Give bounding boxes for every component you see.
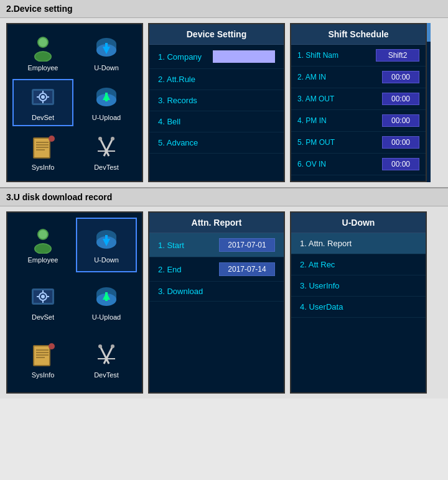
- devtest2-label: DevTest: [94, 371, 119, 379]
- svg-point-66: [98, 344, 102, 348]
- pm-in-input[interactable]: [382, 114, 419, 127]
- employee2-icon: [29, 226, 57, 254]
- pm-out-input[interactable]: [382, 136, 419, 149]
- shift-scrollbar-thumb: [427, 23, 431, 42]
- udown-label: U-Down: [94, 64, 119, 72]
- sysinfo-label: SysInfo: [32, 164, 55, 171]
- sysinfo-icon: [29, 134, 57, 161]
- svg-rect-21: [105, 93, 108, 101]
- udown2-label: U-Down: [94, 256, 119, 264]
- devtest2-icon: [93, 341, 120, 369]
- svg-point-46: [41, 295, 45, 298]
- devset-icon: [29, 84, 57, 111]
- svg-point-32: [98, 137, 102, 141]
- employee-label: Employee: [28, 64, 58, 72]
- shift-row-3[interactable]: 3. AM OUT: [291, 88, 426, 110]
- menu-item-advance[interactable]: 5. Advance: [149, 132, 284, 154]
- sysinfo2-icon: [29, 341, 57, 369]
- icon-item-devtest[interactable]: DevTest: [76, 129, 137, 176]
- menu-item-records[interactable]: 3. Records: [149, 90, 284, 111]
- uupload-icon: [93, 84, 120, 111]
- device-setting-panel: Device Setting 1. Company 2. Att.Rule 3.…: [148, 23, 285, 182]
- icon-item-devset[interactable]: DevSet: [12, 79, 73, 126]
- end-date-input[interactable]: [219, 262, 275, 276]
- icon-item-devtest2[interactable]: DevTest: [76, 333, 137, 387]
- shift-name-input[interactable]: [376, 49, 419, 62]
- section1-content: Employee U-Down: [0, 18, 448, 188]
- udown-icon: [93, 34, 120, 62]
- attn-row-end[interactable]: 2. End: [149, 257, 284, 282]
- company-input[interactable]: [213, 50, 275, 63]
- udown2-icon: [93, 226, 120, 254]
- svg-rect-23: [34, 139, 49, 157]
- svg-point-62: [49, 343, 55, 349]
- svg-rect-57: [34, 346, 49, 365]
- sysinfo2-label: SysInfo: [32, 371, 55, 379]
- am-in-input[interactable]: [382, 71, 419, 83]
- shift-schedule-title: Shift Schedule: [291, 24, 426, 45]
- shift-panel-inner: Shift Schedule 1. Shift Nam 2. AM IN 3. …: [290, 23, 427, 182]
- am-out-input[interactable]: [382, 93, 419, 105]
- icon-item-uupload2[interactable]: U-Upload: [76, 275, 137, 330]
- svg-point-33: [111, 137, 114, 141]
- icon-item-sysinfo2[interactable]: SysInfo: [12, 333, 73, 387]
- start-date-input[interactable]: [219, 238, 275, 252]
- shift-scrollbar[interactable]: [427, 23, 431, 182]
- svg-point-3: [35, 52, 50, 61]
- svg-point-12: [41, 95, 45, 99]
- section2-header: 3.U disk download record: [0, 188, 448, 206]
- icon-item-devset2[interactable]: DevSet: [12, 275, 73, 330]
- udown-row-userdata[interactable]: 4. UserData: [291, 297, 426, 318]
- icon-panel-2: Employee U-Down: [6, 211, 143, 394]
- svg-point-2: [39, 38, 47, 47]
- shift-row-2[interactable]: 2. AM IN: [291, 67, 426, 88]
- employee-icon: [29, 34, 57, 62]
- attn-report-title: Attn. Report: [149, 213, 284, 233]
- device-setting-title: Device Setting: [149, 24, 284, 45]
- shift-row-6[interactable]: 6. OV IN: [291, 154, 426, 175]
- icon-item-employee2[interactable]: Employee: [12, 218, 73, 272]
- menu-item-attrule[interactable]: 2. Att.Rule: [149, 69, 284, 90]
- icon-panel-1: Employee U-Down: [6, 23, 143, 182]
- attn-row-start[interactable]: 1. Start: [149, 233, 284, 257]
- icon-item-udown2[interactable]: U-Down: [76, 218, 137, 272]
- menu-item-bell[interactable]: 4. Bell: [149, 111, 284, 132]
- udown-row-attnreport[interactable]: 1. Attn. Report: [291, 233, 426, 254]
- devset2-label: DevSet: [32, 313, 54, 321]
- svg-point-37: [35, 244, 50, 253]
- ov-in-input[interactable]: [382, 158, 419, 170]
- uupload-label: U-Upload: [92, 114, 121, 121]
- attn-row-download[interactable]: 3. Download: [149, 282, 284, 302]
- menu-item-company[interactable]: 1. Company: [149, 45, 284, 69]
- uupload2-label: U-Upload: [92, 313, 121, 321]
- svg-rect-42: [105, 235, 108, 244]
- icon-item-udown[interactable]: U-Down: [76, 29, 137, 76]
- udown-menu-panel: U-Down 1. Attn. Report 2. Att Rec 3. Use…: [290, 211, 427, 394]
- svg-rect-8: [105, 43, 108, 52]
- uupload2-icon: [93, 284, 120, 311]
- section2-content: Employee U-Down: [0, 206, 448, 399]
- svg-point-28: [49, 136, 55, 142]
- icon-item-uupload[interactable]: U-Upload: [76, 79, 137, 126]
- udown-row-attrec[interactable]: 2. Att Rec: [291, 254, 426, 275]
- devtest-icon: [93, 134, 120, 161]
- udown-panel-title: U-Down: [291, 213, 426, 233]
- devtest-label: DevTest: [94, 164, 119, 171]
- shift-row-5[interactable]: 5. PM OUT: [291, 132, 426, 154]
- icon-item-employee[interactable]: Employee: [12, 29, 73, 76]
- shift-row-4[interactable]: 4. PM IN: [291, 110, 426, 132]
- attn-report-panel: Attn. Report 1. Start 2. End 3. Download: [148, 211, 285, 394]
- shift-row-1[interactable]: 1. Shift Nam: [291, 45, 426, 67]
- svg-point-67: [111, 344, 114, 348]
- devset2-icon: [29, 284, 57, 311]
- section1-header: 2.Device setting: [0, 0, 448, 18]
- devset-label: DevSet: [32, 114, 54, 121]
- shift-schedule-panel: Shift Schedule 1. Shift Nam 2. AM IN 3. …: [290, 23, 431, 182]
- employee2-label: Employee: [28, 256, 58, 264]
- udown-row-userinfo[interactable]: 3. UserInfo: [291, 275, 426, 297]
- icon-item-sysinfo[interactable]: SysInfo: [12, 129, 73, 176]
- svg-rect-55: [105, 292, 108, 301]
- svg-point-36: [39, 230, 47, 239]
